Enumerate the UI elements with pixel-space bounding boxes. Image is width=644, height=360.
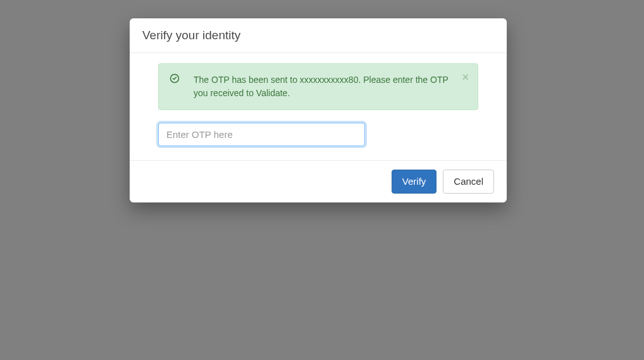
cancel-button[interactable]: Cancel bbox=[443, 170, 494, 194]
alert-message: The OTP has been sent to xxxxxxxxxxx80. … bbox=[194, 75, 449, 98]
close-icon[interactable]: × bbox=[462, 71, 469, 83]
check-circle-icon bbox=[170, 73, 180, 84]
verify-button[interactable]: Verify bbox=[392, 170, 437, 194]
modal-title: Verify your identity bbox=[142, 28, 494, 42]
verify-identity-modal: Verify your identity The OTP has been se… bbox=[130, 18, 507, 202]
modal-header: Verify your identity bbox=[130, 18, 507, 53]
success-alert: The OTP has been sent to xxxxxxxxxxx80. … bbox=[158, 63, 478, 110]
modal-body: The OTP has been sent to xxxxxxxxxxx80. … bbox=[130, 53, 507, 160]
modal-footer: Verify Cancel bbox=[130, 160, 507, 202]
otp-input[interactable] bbox=[158, 123, 365, 146]
